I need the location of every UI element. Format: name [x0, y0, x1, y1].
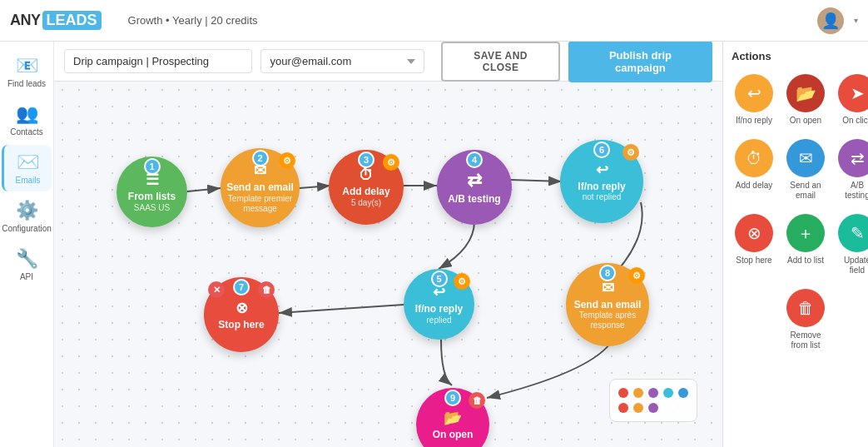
legend-dot-teal: [663, 388, 673, 398]
node-from-lists[interactable]: 1 ☰ From lists SAAS US: [117, 156, 187, 227]
if-no-reply-label: If/no reply: [736, 116, 772, 126]
node-badge-2: 2: [252, 150, 269, 166]
node-gear-8[interactable]: ⚙: [628, 267, 645, 284]
update-field-icon: ✎: [838, 214, 868, 252]
save-close-button[interactable]: SAVE AND CLOSE: [441, 42, 559, 82]
action-update-field[interactable]: ✎ Update field: [835, 211, 868, 279]
svg-line-2: [300, 186, 330, 188]
node-send-email-8[interactable]: 8 ⚙ ✉ Send an email Template après respo…: [566, 263, 649, 346]
sidebar: 📧 Find leads 👥 Contacts ✉️ Emails ⚙️ Con…: [0, 42, 54, 447]
node-delete-gear-7[interactable]: 🗑: [258, 281, 275, 298]
stop-here-label: Stop here: [736, 256, 771, 266]
node-x-7[interactable]: ✕: [208, 281, 225, 298]
legend-dot-purple2: [648, 403, 658, 413]
action-add-to-list[interactable]: ＋ Add to list: [783, 211, 828, 279]
node-stop-here[interactable]: 7 🗑 ✕ ⊗ Stop here: [204, 277, 279, 352]
legend-dot-blue: [678, 388, 688, 398]
action-on-click[interactable]: ➤ On click: [835, 71, 868, 129]
logo-leads: LEADS: [42, 11, 102, 30]
plan-info: Growth • Yearly | 20 credits: [128, 14, 258, 27]
toolbar: your@email.com SAVE AND CLOSE Publish dr…: [54, 42, 722, 82]
send-email-label: Send an email: [786, 181, 825, 201]
add-delay-label: Add delay: [736, 181, 772, 191]
remove-from-list-icon: 🗑: [786, 289, 825, 327]
node-badge-1: 1: [144, 158, 161, 175]
avatar-chevron: ▾: [854, 16, 858, 25]
node-badge-9: 9: [444, 390, 461, 406]
sidebar-item-emails[interactable]: ✉️ Emails: [2, 145, 52, 191]
node-gear-2[interactable]: ⚙: [279, 152, 295, 169]
on-open-icon: 📂: [786, 74, 825, 112]
sidebar-item-configuration[interactable]: ⚙️ Configuration: [2, 193, 52, 240]
sidebar-item-find-leads[interactable]: 📧 Find leads: [2, 48, 52, 95]
node-badge-4: 4: [466, 151, 483, 168]
node-gear-3[interactable]: ⚙: [383, 154, 399, 171]
action-remove-from-list[interactable]: 🗑 Remove from list: [783, 286, 828, 354]
node-badge-5: 5: [431, 271, 448, 287]
actions-grid: ↩ If/no reply 📂 On open ➤ On click ⏱ Add…: [732, 71, 860, 354]
update-field-label: Update field: [838, 256, 868, 276]
configuration-icon: ⚙️: [16, 200, 38, 221]
sidebar-label-configuration: Configuration: [2, 224, 51, 233]
sidebar-item-contacts[interactable]: 👥 Contacts: [2, 97, 52, 143]
legend-row-2: [618, 403, 688, 413]
node-badge-6: 6: [593, 142, 610, 158]
canvas: 1 ☰ From lists SAAS US 2 ⚙ ✉ Send an ema…: [54, 82, 722, 447]
action-stop-here[interactable]: ⊗ Stop here: [732, 211, 776, 279]
sidebar-label-api: API: [20, 272, 33, 281]
logo-any: ANY: [10, 12, 41, 29]
add-to-list-label: Add to list: [787, 256, 824, 266]
action-on-open[interactable]: 📂 On open: [783, 71, 828, 129]
action-ab-testing[interactable]: ⇄ A/B testing: [835, 136, 868, 204]
add-delay-icon: ⏱: [735, 139, 773, 177]
legend-dot-red2: [618, 403, 628, 413]
main-area: your@email.com SAVE AND CLOSE Publish dr…: [54, 42, 722, 447]
campaign-name-input[interactable]: [64, 49, 252, 73]
sidebar-label-contacts: Contacts: [10, 127, 42, 137]
if-no-reply-icon: ↩: [735, 74, 773, 112]
add-to-list-icon: ＋: [786, 214, 825, 252]
legend-dot-red: [618, 388, 628, 398]
sidebar-label-emails: Emails: [15, 176, 40, 185]
publish-button[interactable]: Publish drip campaign: [568, 42, 712, 82]
node-add-delay[interactable]: 3 ⚙ ⏱ Add delay 5 day(s): [329, 150, 404, 225]
legend-dot-orange: [633, 388, 643, 398]
node-ab-testing[interactable]: 4 ⇄ A/B testing: [437, 150, 512, 225]
node-ifno-reply-6[interactable]: 6 ⚙ ↩ If/no reply not replied: [560, 140, 643, 223]
node-badge-8: 8: [599, 265, 616, 281]
api-icon: 🔧: [16, 248, 38, 270]
email-select[interactable]: your@email.com: [260, 49, 424, 73]
right-panel: Actions ↩ If/no reply 📂 On open ➤ On cli…: [722, 42, 868, 447]
action-add-delay[interactable]: ⏱ Add delay: [732, 136, 776, 204]
sidebar-item-api[interactable]: 🔧 API: [2, 241, 52, 288]
on-click-label: On click: [842, 116, 868, 126]
action-send-email[interactable]: ✉ Send an email: [783, 136, 828, 204]
logo: ANY LEADS: [10, 11, 102, 30]
node-send-email-2[interactable]: 2 ⚙ ✉ Send an email Template premier mes…: [221, 148, 300, 227]
legend-dot-orange2: [633, 403, 643, 413]
node-badge-3: 3: [358, 151, 374, 168]
node-gear-5[interactable]: ⚙: [454, 273, 470, 290]
node-on-open[interactable]: 9 🗑 📂 On open: [416, 388, 489, 447]
stop-here-icon: ⊗: [735, 214, 773, 252]
node-ifno-reply-5[interactable]: 5 ⚙ ↩ If/no reply replied: [404, 269, 474, 340]
panel-title: Actions: [732, 50, 860, 62]
ab-testing-icon: ⇄: [838, 139, 868, 177]
node-badge-7: 7: [233, 279, 250, 296]
on-click-icon: ➤: [838, 74, 868, 112]
remove-from-list-label: Remove from list: [786, 330, 825, 350]
sidebar-label-find-leads: Find leads: [7, 79, 46, 88]
svg-line-5: [279, 305, 404, 313]
node-gear-6[interactable]: ⚙: [622, 144, 639, 161]
action-if-no-reply[interactable]: ↩ If/no reply: [732, 71, 776, 129]
ab-testing-label: A/B testing: [838, 181, 868, 201]
legend-dot-purple: [648, 388, 658, 398]
legend-row-1: [618, 388, 688, 398]
find-leads-icon: 📧: [16, 55, 38, 77]
top-nav: ANY LEADS Growth • Yearly | 20 credits 👤…: [0, 0, 868, 42]
avatar[interactable]: 👤: [817, 7, 844, 34]
node-delete-gear-9[interactable]: 🗑: [469, 392, 485, 409]
send-email-icon: ✉: [786, 139, 825, 177]
svg-line-1: [187, 188, 221, 191]
svg-line-4: [510, 180, 562, 181]
